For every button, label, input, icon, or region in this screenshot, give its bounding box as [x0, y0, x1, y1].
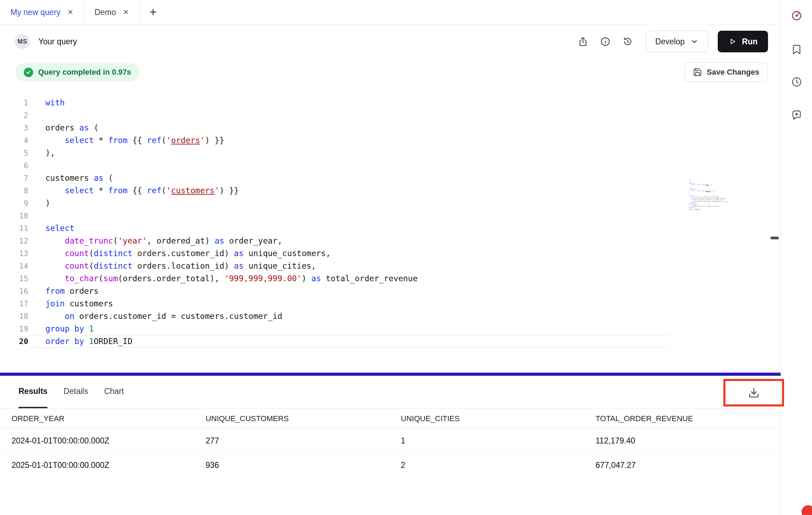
- play-icon: [728, 37, 737, 46]
- save-icon: [693, 68, 702, 77]
- line-number: 5: [0, 149, 28, 157]
- code-text: count(distinct orders.location_id) as un…: [28, 260, 316, 272]
- table-cell: 2024-01-01T00:00:00.000Z: [12, 436, 206, 446]
- table-cell: 677,047.27: [596, 461, 781, 470]
- tab-my-new-query[interactable]: My new query ✕: [0, 0, 84, 24]
- line-number: 10: [0, 211, 28, 220]
- table-body: 2024-01-01T00:00:00.000Z2771112,179.4020…: [0, 429, 781, 478]
- page-title: Your query: [38, 37, 77, 46]
- panel-resize-handle[interactable]: [0, 373, 781, 376]
- results-table: ORDER_YEARUNIQUE_CUSTOMERSUNIQUE_CITIEST…: [0, 409, 781, 515]
- code-line[interactable]: 11select: [0, 222, 781, 234]
- debug-tool-button[interactable]: [789, 8, 804, 23]
- query-status-badge: Query completed in 0.97s: [15, 63, 140, 81]
- info-button[interactable]: [597, 33, 614, 50]
- feedback-button[interactable]: [789, 108, 804, 122]
- download-icon: [748, 387, 760, 398]
- results-tabs: ResultsDetailsChart: [19, 376, 124, 408]
- line-number: 9: [0, 199, 28, 208]
- code-text: order by 1ORDER_ID: [28, 335, 669, 348]
- code-line[interactable]: 5),: [0, 147, 781, 159]
- code-line[interactable]: 4 select * from {{ ref('orders') }}: [0, 134, 781, 147]
- line-number: 18: [0, 312, 28, 321]
- code-line[interactable]: 14 count(distinct orders.location_id) as…: [0, 260, 781, 272]
- line-number: 1: [0, 98, 28, 107]
- download-results-button[interactable]: [743, 382, 765, 403]
- code-lines: 1with23orders as (4 select * from {{ ref…: [0, 96, 781, 348]
- bookmarks-button[interactable]: [789, 42, 804, 57]
- run-label: Run: [742, 37, 758, 46]
- save-changes-button[interactable]: Save Changes: [684, 62, 768, 82]
- download-highlight-annotation: [723, 379, 784, 406]
- code-text: orders as (: [28, 121, 98, 134]
- code-text: select: [28, 222, 74, 234]
- code-text: join customers: [28, 297, 113, 310]
- close-icon[interactable]: ✕: [67, 9, 73, 16]
- results-tab-details[interactable]: Details: [64, 376, 88, 408]
- notification-badge[interactable]: [802, 505, 812, 515]
- sql-editor[interactable]: 1with23orders as (4 select * from {{ ref…: [0, 86, 781, 373]
- code-line[interactable]: 15 to_char(sum(orders.order_total), '999…: [0, 272, 781, 285]
- code-text: ): [28, 197, 50, 209]
- line-number: 13: [0, 249, 28, 258]
- table-cell: 112,179.40: [596, 436, 781, 446]
- code-text: select * from {{ ref('customers') }}: [28, 184, 239, 197]
- code-line[interactable]: 6: [0, 159, 781, 172]
- history-button[interactable]: [619, 33, 636, 50]
- scrollbar-handle[interactable]: [770, 237, 779, 239]
- column-header: TOTAL_ORDER_REVENUE: [596, 414, 781, 423]
- code-text: ),: [28, 147, 55, 159]
- code-line[interactable]: 18 on orders.customer_id = customers.cus…: [0, 310, 781, 322]
- code-text: on orders.customer_id = customers.custom…: [28, 310, 282, 322]
- share-icon: [578, 36, 588, 47]
- chat-plus-icon: [791, 110, 802, 121]
- column-header: UNIQUE_CITIES: [401, 414, 596, 423]
- avatar: MS: [15, 34, 30, 49]
- line-number: 6: [0, 161, 28, 170]
- code-text: select * from {{ ref('orders') }}: [28, 134, 224, 147]
- share-button[interactable]: [575, 33, 591, 50]
- table-row[interactable]: 2025-01-01T00:00:00.000Z9362677,047.27: [0, 453, 781, 478]
- results-toolbar: ResultsDetailsChart: [0, 376, 781, 409]
- line-number: 4: [0, 136, 28, 145]
- editor-minimap[interactable]: with orders as ( select * from {{ ref('o…: [689, 179, 728, 232]
- line-number: 14: [0, 262, 28, 270]
- status-row: Query completed in 0.97s Save Changes: [0, 58, 781, 86]
- tab-demo[interactable]: Demo ✕: [84, 0, 140, 24]
- results-tab-chart[interactable]: Chart: [104, 376, 124, 408]
- code-line[interactable]: 1with: [0, 96, 781, 109]
- new-tab-button[interactable]: +: [140, 0, 167, 24]
- run-button[interactable]: Run: [718, 31, 768, 52]
- line-number: 7: [0, 174, 28, 182]
- close-icon[interactable]: ✕: [123, 9, 129, 16]
- code-line[interactable]: 10: [0, 209, 781, 222]
- table-cell: 1: [401, 436, 596, 446]
- code-line[interactable]: 2: [0, 109, 781, 121]
- develop-dropdown[interactable]: Develop: [646, 31, 708, 52]
- code-line[interactable]: 12 date_trunc('year', ordered_at) as ord…: [0, 234, 781, 247]
- develop-label: Develop: [655, 37, 685, 46]
- info-icon: [600, 36, 611, 47]
- code-text: with: [28, 96, 65, 109]
- line-number: 19: [0, 324, 28, 333]
- code-line[interactable]: 13 count(distinct orders.customer_id) as…: [0, 247, 781, 260]
- table-row[interactable]: 2024-01-01T00:00:00.000Z2771112,179.40: [0, 429, 781, 453]
- editor-tab-bar: My new query ✕ Demo ✕ +: [0, 0, 781, 25]
- code-text: customers as (: [28, 172, 113, 184]
- column-header: ORDER_YEAR: [12, 414, 206, 423]
- app-window: My new query ✕ Demo ✕ + MS Your query: [0, 0, 812, 515]
- code-line[interactable]: 8 select * from {{ ref('customers') }}: [0, 184, 781, 197]
- code-line[interactable]: 7customers as (: [0, 172, 781, 184]
- code-line[interactable]: 3orders as (: [0, 121, 781, 134]
- table-cell: 936: [206, 461, 401, 470]
- chevron-down-icon: [690, 37, 699, 46]
- line-number: 8: [0, 186, 28, 195]
- results-tab-results[interactable]: Results: [19, 376, 47, 408]
- code-line[interactable]: 20order by 1ORDER_ID: [0, 335, 781, 348]
- run-history-button[interactable]: [789, 75, 804, 89]
- code-line[interactable]: 19group by 1: [0, 322, 781, 335]
- code-line[interactable]: 17join customers: [0, 297, 781, 310]
- tab-label: My new query: [10, 8, 60, 17]
- code-line[interactable]: 9): [0, 197, 781, 209]
- code-line[interactable]: 16from orders: [0, 285, 781, 297]
